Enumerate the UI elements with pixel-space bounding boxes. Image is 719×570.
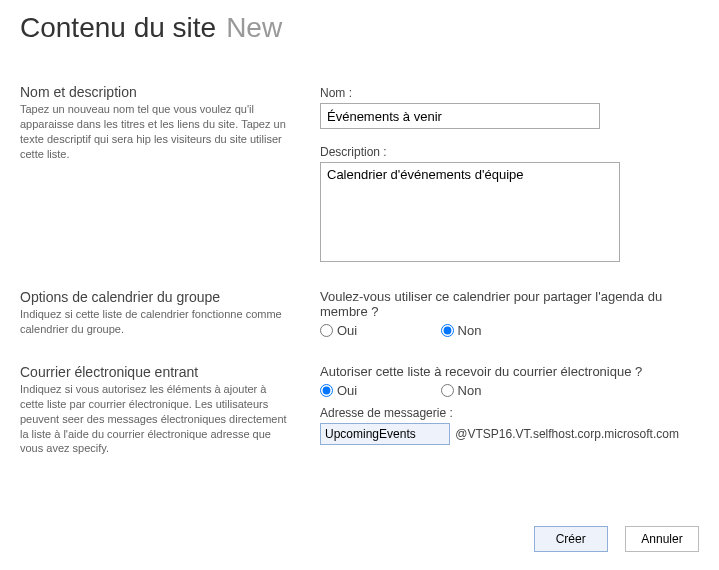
allow-email-no[interactable]: Non: [441, 383, 482, 398]
email-address-label: Adresse de messagerie :: [320, 406, 699, 420]
radio-no-label: Non: [458, 323, 482, 338]
section-name-description: Nom et description Tapez un nouveau nom …: [20, 84, 699, 265]
page-subtitle: New: [226, 12, 282, 44]
page-title: Contenu du site: [20, 12, 216, 44]
section-title: Courrier électronique entrant: [20, 364, 292, 380]
share-calendar-yes[interactable]: Oui: [320, 323, 357, 338]
dialog-buttons: Créer Annuler: [520, 526, 699, 552]
description-input[interactable]: [320, 162, 620, 262]
section-title: Options de calendrier du groupe: [20, 289, 292, 305]
email-address-input[interactable]: [320, 423, 450, 445]
page-header: Contenu du site New: [20, 12, 699, 44]
section-help: Indiquez si vous autorisez les éléments …: [20, 382, 292, 456]
name-input[interactable]: [320, 103, 600, 129]
allow-email-yes[interactable]: Oui: [320, 383, 357, 398]
allow-email-question: Autoriser cette liste à recevoir du cour…: [320, 364, 699, 379]
radio-no[interactable]: [441, 384, 454, 397]
radio-yes[interactable]: [320, 324, 333, 337]
cancel-button[interactable]: Annuler: [625, 526, 699, 552]
email-suffix: @VTSP16.VT.selfhost.corp.microsoft.com: [455, 427, 679, 441]
create-button[interactable]: Créer: [534, 526, 608, 552]
name-label: Nom :: [320, 86, 699, 100]
section-group-calendar: Options de calendrier du groupe Indiquez…: [20, 289, 699, 340]
section-help: Tapez un nouveau nom tel que vous voulez…: [20, 102, 292, 161]
section-help: Indiquez si cette liste de calendrier fo…: [20, 307, 292, 337]
radio-no[interactable]: [441, 324, 454, 337]
section-title: Nom et description: [20, 84, 292, 100]
radio-yes-label: Oui: [337, 383, 357, 398]
share-calendar-question: Voulez-vous utiliser ce calendrier pour …: [320, 289, 699, 319]
section-incoming-email: Courrier électronique entrant Indiquez s…: [20, 364, 699, 456]
radio-yes[interactable]: [320, 384, 333, 397]
description-label: Description :: [320, 145, 699, 159]
radio-yes-label: Oui: [337, 323, 357, 338]
share-calendar-no[interactable]: Non: [441, 323, 482, 338]
radio-no-label: Non: [458, 383, 482, 398]
